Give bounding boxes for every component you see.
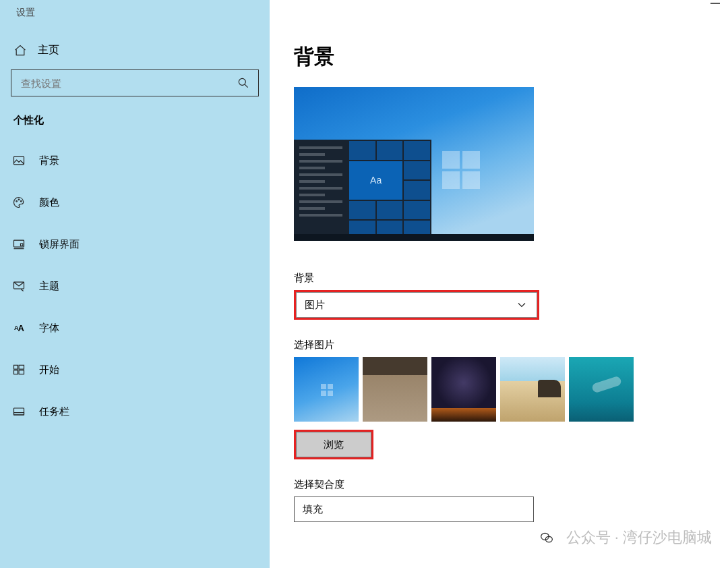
- windows-logo-icon: [442, 151, 480, 189]
- picture-thumb-5[interactable]: [569, 357, 634, 422]
- background-dropdown[interactable]: 图片: [296, 292, 537, 318]
- highlight-box: 图片: [294, 290, 539, 320]
- fit-dropdown[interactable]: 填充: [294, 496, 534, 522]
- svg-rect-1: [14, 157, 24, 165]
- picture-thumb-2[interactable]: [363, 357, 427, 422]
- svg-rect-12: [14, 408, 24, 415]
- sidebar-item-start[interactable]: 开始: [11, 363, 259, 376]
- sidebar-section-label: 个性化: [11, 114, 259, 127]
- browse-button[interactable]: 浏览: [296, 432, 371, 457]
- svg-rect-9: [19, 365, 24, 369]
- picture-thumb-1[interactable]: [294, 357, 359, 422]
- svg-rect-11: [19, 370, 24, 374]
- start-icon: [12, 363, 26, 376]
- font-icon: AA: [12, 321, 26, 335]
- fit-dropdown-value: 填充: [303, 503, 323, 516]
- highlight-box: 浏览: [294, 430, 373, 459]
- fit-dropdown-label: 选择契合度: [294, 478, 728, 491]
- search-icon: [237, 76, 250, 90]
- page-title: 背景: [294, 43, 728, 71]
- preview-taskbar: [294, 234, 534, 241]
- search-input[interactable]: [20, 77, 224, 90]
- picture-thumb-3[interactable]: [431, 357, 496, 422]
- settings-window: 设置 主页 个性化 背景 颜色: [0, 0, 728, 568]
- lockscreen-icon: [12, 237, 26, 251]
- svg-rect-6: [21, 244, 23, 246]
- wechat-icon: [535, 526, 558, 549]
- window-title: 设置: [16, 7, 259, 19]
- watermark: 公众号 · 湾仔沙电脑城: [535, 526, 712, 549]
- picture-thumb-4[interactable]: [500, 357, 565, 422]
- choose-picture-label: 选择图片: [294, 339, 728, 351]
- chevron-down-icon: [515, 298, 528, 312]
- search-input-wrapper[interactable]: [11, 69, 259, 96]
- svg-point-3: [18, 199, 20, 200]
- home-icon: [13, 44, 27, 57]
- background-dropdown-value: 图片: [305, 299, 325, 312]
- sidebar-home-label: 主页: [38, 43, 59, 57]
- svg-point-0: [239, 78, 245, 85]
- svg-rect-8: [14, 365, 18, 369]
- sidebar-item-taskbar[interactable]: 任务栏: [11, 405, 259, 418]
- background-dropdown-label: 背景: [294, 272, 728, 285]
- sidebar: 设置 主页 个性化 背景 颜色: [0, 0, 270, 568]
- picture-thumbnails: [294, 357, 728, 422]
- sidebar-item-colors[interactable]: 颜色: [11, 196, 259, 209]
- sidebar-item-themes[interactable]: 主题: [11, 279, 259, 293]
- palette-icon: [12, 196, 26, 209]
- sidebar-item-label: 背景: [39, 154, 59, 167]
- background-preview: Aa: [294, 87, 534, 241]
- sidebar-home[interactable]: 主页: [11, 43, 259, 57]
- sidebar-item-label: 字体: [39, 322, 59, 335]
- taskbar-icon: [12, 405, 26, 418]
- sidebar-item-lockscreen[interactable]: 锁屏界面: [11, 237, 259, 251]
- svg-rect-10: [14, 370, 18, 374]
- svg-point-4: [21, 201, 22, 202]
- watermark-text: 公众号 · 湾仔沙电脑城: [566, 528, 712, 548]
- browse-button-label: 浏览: [324, 438, 344, 451]
- sidebar-item-label: 任务栏: [39, 405, 69, 418]
- sidebar-item-label: 颜色: [39, 196, 59, 209]
- sidebar-item-background[interactable]: 背景: [11, 154, 259, 167]
- sidebar-item-label: 开始: [39, 364, 59, 376]
- svg-point-2: [16, 201, 18, 202]
- svg-rect-13: [14, 413, 24, 415]
- minimize-icon[interactable]: [710, 3, 720, 4]
- sidebar-item-label: 主题: [39, 280, 59, 293]
- theme-icon: [12, 279, 26, 293]
- preview-start-menu: Aa: [294, 140, 431, 241]
- sidebar-item-label: 锁屏界面: [39, 238, 80, 251]
- sidebar-item-fonts[interactable]: AA 字体: [11, 321, 259, 335]
- preview-tile-aa: Aa: [349, 161, 402, 200]
- picture-icon: [12, 154, 26, 167]
- main-content: 背景 Aa: [270, 0, 728, 568]
